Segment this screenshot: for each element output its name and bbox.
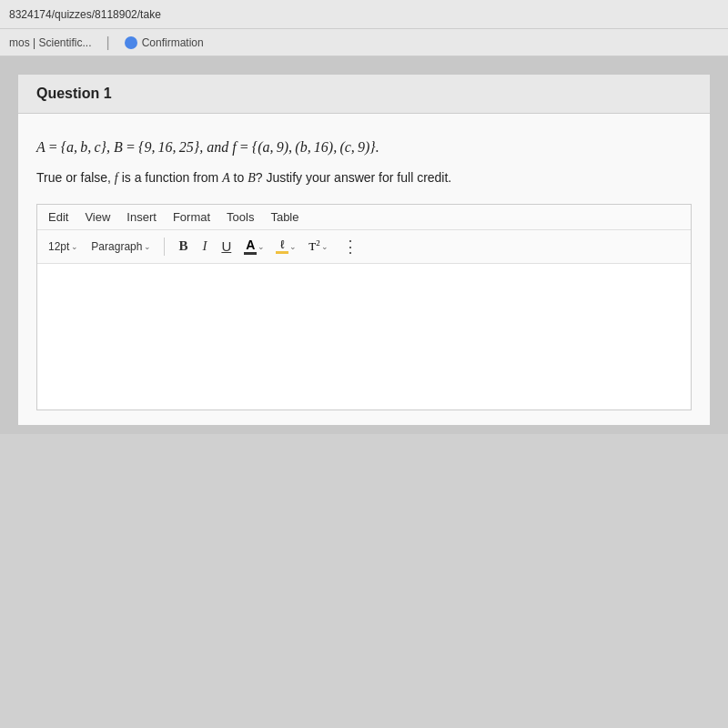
paragraph-chevron-icon: ⌄ — [144, 242, 151, 251]
question-body: A = {a, b, c}, B = {9, 16, 25}, and f = … — [18, 114, 710, 425]
menu-insert[interactable]: Insert — [126, 210, 157, 224]
paragraph-value: Paragraph — [91, 240, 142, 253]
page-background: Question 1 A = {a, b, c}, B = {9, 16, 25… — [0, 56, 728, 434]
font-size-dropdown[interactable]: 12pt ⌄ — [45, 238, 82, 255]
superscript-label: T2 — [308, 238, 319, 254]
more-options-button[interactable]: ⋮ — [338, 235, 364, 258]
question-instruction: True or false, f is a function from A to… — [36, 170, 692, 186]
font-color-chevron-icon: ⌄ — [258, 242, 265, 251]
tab-scientific[interactable]: mos | Scientific... — [9, 36, 91, 49]
question-title: Question 1 — [36, 86, 112, 101]
font-size-value: 12pt — [48, 240, 69, 253]
italic-button[interactable]: I — [197, 237, 211, 256]
math-formula: A = {a, b, c}, B = {9, 16, 25}, and f = … — [36, 136, 692, 159]
tab-confirmation[interactable]: Confirmation — [125, 36, 204, 49]
editor-toolbar: 12pt ⌄ Paragraph ⌄ B I U A — [37, 230, 691, 264]
font-color-icon: A — [244, 238, 257, 255]
superscript-chevron-icon: ⌄ — [321, 242, 329, 251]
browser-address-bar: 8324174/quizzes/8118902/take — [0, 0, 728, 29]
toolbar-divider-1 — [164, 238, 165, 256]
editor-text-area[interactable] — [37, 264, 691, 410]
highlight-label: ℓ — [280, 238, 284, 250]
highlight-underline — [276, 251, 288, 254]
tab-separator: | — [106, 35, 109, 51]
bold-button[interactable]: B — [174, 237, 192, 256]
menu-table[interactable]: Table — [270, 210, 298, 224]
menu-edit[interactable]: Edit — [48, 210, 68, 224]
font-color-label: A — [246, 238, 255, 251]
font-color-button[interactable]: A ⌄ — [241, 237, 268, 257]
editor-menu-bar: Edit View Insert Format Tools Table — [37, 205, 691, 230]
url-display: 8324174/quizzes/8118902/take — [9, 8, 161, 21]
tab-scientific-label: mos | Scientific... — [9, 36, 91, 49]
tab-confirmation-label: Confirmation — [142, 36, 204, 49]
more-options-icon: ⋮ — [342, 238, 359, 256]
menu-format[interactable]: Format — [173, 210, 210, 224]
menu-view[interactable]: View — [85, 210, 110, 224]
highlight-chevron-icon: ⌄ — [289, 242, 297, 251]
tab-bar: mos | Scientific... | Confirmation — [0, 29, 728, 56]
highlight-button[interactable]: ℓ ⌄ — [273, 237, 299, 256]
question-header: Question 1 — [18, 75, 710, 114]
rich-text-editor[interactable]: Edit View Insert Format Tools Table 12pt… — [36, 204, 692, 410]
font-color-underline — [244, 252, 257, 255]
menu-tools[interactable]: Tools — [227, 210, 254, 224]
paragraph-dropdown[interactable]: Paragraph ⌄ — [87, 238, 155, 255]
confirmation-icon — [125, 36, 137, 49]
superscript-button[interactable]: T2 ⌄ — [305, 237, 331, 256]
highlight-icon: ℓ — [276, 238, 288, 254]
underline-button[interactable]: U — [217, 237, 236, 256]
font-size-chevron-icon: ⌄ — [71, 242, 78, 251]
